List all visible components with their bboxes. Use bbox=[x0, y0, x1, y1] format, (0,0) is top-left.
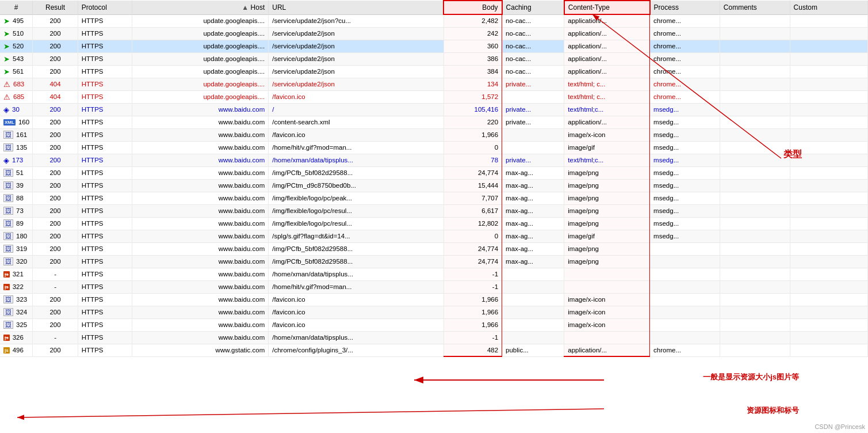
cell-protocol: HTTPS bbox=[78, 65, 132, 78]
cell-caching bbox=[502, 280, 564, 293]
arrow-green-icon: ➤ bbox=[3, 17, 10, 25]
col-header-process[interactable]: Process bbox=[650, 1, 720, 14]
cell-protocol: HTTPS bbox=[78, 141, 132, 154]
table-row[interactable]: 🖼 325 200 HTTPS www.baidu.com /favicon.i… bbox=[0, 318, 868, 331]
col-header-contenttype[interactable]: Content-Type bbox=[564, 1, 650, 14]
table-row[interactable]: 🖼 319 200 HTTPS www.baidu.com /img/PCfb_… bbox=[0, 242, 868, 255]
col-header-body[interactable]: Body bbox=[443, 1, 502, 14]
col-header-url[interactable]: URL bbox=[269, 1, 443, 14]
cell-process bbox=[650, 268, 720, 280]
cell-num: ◈ 30 bbox=[0, 103, 33, 116]
cell-contenttype bbox=[564, 268, 650, 280]
cell-contenttype: image/x-icon bbox=[564, 318, 650, 331]
cell-protocol: HTTPS bbox=[78, 90, 132, 103]
cell-contenttype: application/... bbox=[564, 27, 650, 40]
cell-comments bbox=[720, 166, 790, 179]
table-row[interactable]: js 322 - HTTPS www.baidu.com /home/hit/v… bbox=[0, 280, 868, 293]
cell-custom bbox=[790, 318, 867, 331]
table-row[interactable]: js 496 200 HTTPS www.gstatic.com /chrome… bbox=[0, 344, 868, 356]
xml-icon: XML bbox=[3, 119, 16, 126]
cell-url: /service/update2/json bbox=[269, 65, 443, 78]
table-row[interactable]: 🖼 73 200 HTTPS www.baidu.com /img/flexib… bbox=[0, 204, 868, 217]
col-header-num[interactable]: # bbox=[0, 1, 33, 14]
cell-comments bbox=[720, 255, 790, 268]
cell-custom bbox=[790, 65, 867, 78]
cell-custom bbox=[790, 204, 867, 217]
cell-caching: public... bbox=[502, 344, 564, 356]
table-row[interactable]: js 321 - HTTPS www.baidu.com /home/xman/… bbox=[0, 268, 868, 280]
table-row[interactable]: 🖼 39 200 HTTPS www.baidu.com /img/PCtm_d… bbox=[0, 179, 868, 192]
cell-contenttype: image/png bbox=[564, 242, 650, 255]
cell-host: www.baidu.com bbox=[132, 255, 269, 268]
cell-host: www.baidu.com bbox=[132, 179, 269, 192]
cell-contenttype: application/... bbox=[564, 52, 650, 65]
cell-host: www.baidu.com bbox=[132, 318, 269, 331]
cell-process: msedg... bbox=[650, 141, 720, 154]
cell-num: ➤ 510 bbox=[0, 27, 33, 40]
cell-body: -1 bbox=[443, 268, 502, 280]
table-row[interactable]: 🖼 324 200 HTTPS www.baidu.com /favicon.i… bbox=[0, 306, 868, 318]
table-row[interactable]: 🖼 320 200 HTTPS www.baidu.com /img/PCfb_… bbox=[0, 255, 868, 268]
cell-host: update.googleapis.... bbox=[132, 27, 269, 40]
table-row[interactable]: ➤ 520 200 HTTPS update.googleapis.... /s… bbox=[0, 40, 868, 52]
col-header-custom[interactable]: Custom bbox=[790, 1, 867, 14]
table-row[interactable]: 🖼 323 200 HTTPS www.baidu.com /favicon.i… bbox=[0, 293, 868, 306]
cell-caching bbox=[502, 141, 564, 154]
arrow-green-icon: ➤ bbox=[3, 67, 10, 76]
col-header-result[interactable]: Result bbox=[33, 1, 78, 14]
table-row[interactable]: ◈ 30 200 HTTPS www.baidu.com / 105,416 p… bbox=[0, 103, 868, 116]
cell-num: 🖼 324 bbox=[0, 306, 33, 318]
cell-result: 200 bbox=[33, 166, 78, 179]
cell-url: /favicon.ico bbox=[269, 90, 443, 103]
cell-host: update.googleapis.... bbox=[132, 52, 269, 65]
row-number: 73 bbox=[16, 207, 24, 214]
cell-body: -1 bbox=[443, 280, 502, 293]
cell-protocol: HTTPS bbox=[78, 255, 132, 268]
cell-caching: private... bbox=[502, 103, 564, 116]
table-row[interactable]: ➤ 543 200 HTTPS update.googleapis.... /s… bbox=[0, 52, 868, 65]
col-header-comments[interactable]: Comments bbox=[720, 1, 790, 14]
cell-num: js 496 bbox=[0, 344, 33, 356]
table-body: ➤ 495 200 HTTPS update.googleapis.... /s… bbox=[0, 14, 868, 356]
table-row[interactable]: ⚠ 683 404 HTTPS update.googleapis.... /s… bbox=[0, 78, 868, 90]
cell-result: 200 bbox=[33, 230, 78, 242]
table-row[interactable]: 🖼 161 200 HTTPS www.baidu.com /favicon.i… bbox=[0, 128, 868, 141]
cell-process bbox=[650, 293, 720, 306]
row-number: 30 bbox=[12, 106, 20, 113]
col-header-host[interactable]: ▲ Host bbox=[132, 1, 269, 14]
table-row[interactable]: 🖼 135 200 HTTPS www.baidu.com /home/hit/… bbox=[0, 141, 868, 154]
cell-num: 🖼 180 bbox=[0, 230, 33, 242]
col-header-caching[interactable]: Caching bbox=[502, 1, 564, 14]
cell-custom bbox=[790, 268, 867, 280]
cell-custom bbox=[790, 280, 867, 293]
table-row[interactable]: ◈ 173 200 HTTPS www.baidu.com /home/xman… bbox=[0, 154, 868, 166]
cell-contenttype: image/png bbox=[564, 166, 650, 179]
cell-process: msedg... bbox=[650, 204, 720, 217]
cell-contenttype bbox=[564, 331, 650, 344]
table-row[interactable]: ➤ 495 200 HTTPS update.googleapis.... /s… bbox=[0, 14, 868, 27]
cell-result: 404 bbox=[33, 90, 78, 103]
table-row[interactable]: XML 160 200 HTTPS www.baidu.com /content… bbox=[0, 116, 868, 128]
table-row[interactable]: ⚠ 685 404 HTTPS update.googleapis.... /f… bbox=[0, 90, 868, 103]
cell-protocol: HTTPS bbox=[78, 217, 132, 230]
cell-num: 🖼 320 bbox=[0, 255, 33, 268]
row-number: 88 bbox=[16, 195, 24, 202]
table-row[interactable]: 🖼 180 200 HTTPS www.baidu.com /splg/s.gi… bbox=[0, 230, 868, 242]
col-header-protocol[interactable]: Protocol bbox=[78, 1, 132, 14]
annotation-icon-text: 资源图标和标号 bbox=[747, 405, 799, 416]
table-row[interactable]: 🖼 89 200 HTTPS www.baidu.com /img/flexib… bbox=[0, 217, 868, 230]
table-row[interactable]: 🖼 51 200 HTTPS www.baidu.com /img/PCfb_5… bbox=[0, 166, 868, 179]
table-row[interactable]: 🖼 88 200 HTTPS www.baidu.com /img/flexib… bbox=[0, 192, 868, 204]
table-row[interactable]: ➤ 561 200 HTTPS update.googleapis.... /s… bbox=[0, 65, 868, 78]
cell-caching bbox=[502, 306, 564, 318]
table-row[interactable]: ➤ 510 200 HTTPS update.googleapis.... /s… bbox=[0, 27, 868, 40]
cell-url: /service/update2/json bbox=[269, 78, 443, 90]
cell-caching: no-cac... bbox=[502, 27, 564, 40]
img-icon: 🖼 bbox=[3, 169, 13, 177]
cell-process: chrome... bbox=[650, 90, 720, 103]
cell-host: www.baidu.com bbox=[132, 293, 269, 306]
cell-body: 220 bbox=[443, 116, 502, 128]
img-icon: 🖼 bbox=[3, 131, 13, 139]
cell-protocol: HTTPS bbox=[78, 331, 132, 344]
table-row[interactable]: js 326 - HTTPS www.baidu.com /home/xman/… bbox=[0, 331, 868, 344]
